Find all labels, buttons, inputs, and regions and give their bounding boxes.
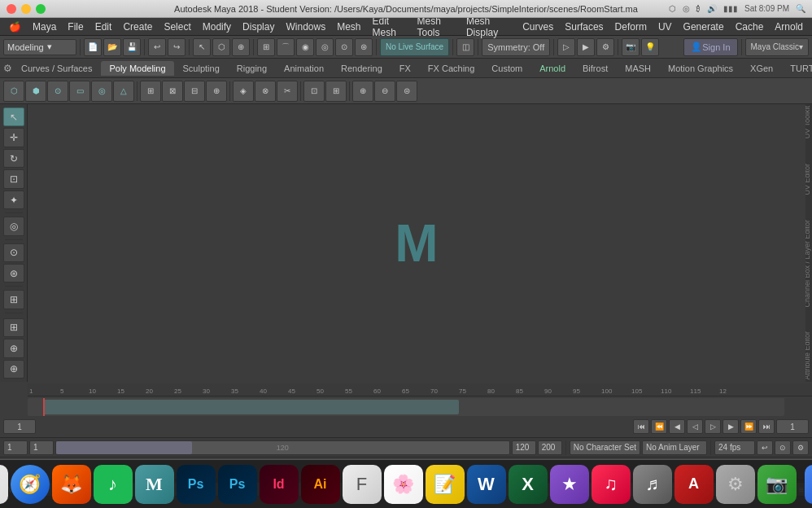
maximize-button[interactable] <box>36 4 46 14</box>
tab-curves-surfaces[interactable]: Curves / Surfaces <box>13 61 100 76</box>
light-button[interactable]: 💡 <box>641 38 659 56</box>
tab-custom[interactable]: Custom <box>483 61 530 76</box>
current-time-field[interactable]: 1 <box>3 419 36 434</box>
snap-point-button[interactable]: ◉ <box>296 38 314 56</box>
menu-generate[interactable]: Generate <box>678 20 730 34</box>
auto-key-button[interactable]: ⊙ <box>775 440 791 455</box>
mirror-button[interactable]: ⊜ <box>396 81 417 102</box>
bevel-button[interactable]: ◈ <box>233 81 254 102</box>
paint-select-button[interactable]: ⊕ <box>232 38 250 56</box>
fps-dropdown[interactable]: 24 fps <box>714 440 755 455</box>
menu-apple[interactable]: 🍎 <box>3 20 27 34</box>
close-button[interactable] <box>7 4 16 14</box>
menu-select[interactable]: Select <box>158 20 196 34</box>
rotate-tool[interactable]: ↻ <box>3 149 24 168</box>
end-frame-field[interactable]: 200 <box>538 440 562 455</box>
menu-surfaces[interactable]: Surfaces <box>559 20 609 34</box>
next-key-button[interactable]: ⏩ <box>740 419 757 434</box>
menu-cache[interactable]: Cache <box>730 20 770 34</box>
extrude-button[interactable]: ⊞ <box>140 81 161 102</box>
tab-bifrost[interactable]: Bifrost <box>574 61 616 76</box>
snap-view-button[interactable]: ◎ <box>316 38 334 56</box>
tab-fx-caching[interactable]: FX Caching <box>420 61 482 76</box>
menu-window[interactable]: File <box>62 20 89 34</box>
poly-torus-button[interactable]: ◎ <box>91 81 112 102</box>
dock-acrobat[interactable]: A <box>674 465 714 504</box>
snap-curve-button[interactable]: ⌒ <box>277 38 295 56</box>
multi-cut-button[interactable]: ✂ <box>277 81 298 102</box>
dock-chrome[interactable]: 🌐 <box>0 465 8 504</box>
poly-sphere-button[interactable]: ⬡ <box>3 81 24 102</box>
go-end-button[interactable]: ⏭ <box>758 419 775 434</box>
soft-select[interactable]: ◎ <box>3 217 24 235</box>
smooth-button[interactable]: ⊡ <box>303 81 325 102</box>
lasso-tool-button[interactable]: ⬡ <box>212 38 230 56</box>
menu-curves[interactable]: Curves <box>517 20 559 34</box>
dock-safari[interactable]: 🧭 <box>11 465 50 504</box>
dock-firefox[interactable]: 🦊 <box>52 465 91 504</box>
key-options-button[interactable]: ↩ <box>757 440 773 455</box>
menu-maya[interactable]: Maya <box>27 20 62 34</box>
subdiv-button[interactable]: ⊞ <box>325 81 347 102</box>
tab-arnold[interactable]: Arnold <box>531 61 574 76</box>
settings-button[interactable]: ⚙ <box>792 440 809 455</box>
grid-button[interactable]: ⊞ <box>3 318 24 337</box>
dock-fender[interactable]: ♬ <box>633 465 672 504</box>
redo-button[interactable]: ↪ <box>168 38 186 56</box>
next-frame-button[interactable]: ▶ <box>723 419 739 434</box>
dock-sysprefs[interactable]: ⚙ <box>716 465 755 504</box>
tab-rendering[interactable]: Rendering <box>333 61 391 76</box>
dock-photos[interactable]: 🌸 <box>384 465 423 504</box>
render-scene-button[interactable]: ▷ <box>557 38 575 56</box>
menu-edit[interactable]: Edit <box>89 20 118 34</box>
tab-rigging[interactable]: Rigging <box>229 61 275 76</box>
search-icon[interactable]: 🔍 <box>796 4 805 13</box>
viewport[interactable]: M <box>28 104 805 382</box>
open-scene-button[interactable]: 📂 <box>103 38 121 56</box>
select-tool[interactable]: ↖ <box>3 107 24 126</box>
menu-deform[interactable]: Deform <box>609 20 653 34</box>
plus-button-1[interactable]: ⊕ <box>3 339 24 357</box>
render-settings-button[interactable]: ⚙ <box>596 38 614 56</box>
poly-cone-button[interactable]: △ <box>113 81 134 102</box>
timeline-ruler[interactable]: 1 5 10 15 20 25 30 35 40 45 50 55 60 65 … <box>28 383 812 396</box>
dock-notes[interactable]: 📝 <box>426 465 465 504</box>
frame-start-field[interactable]: 1 <box>3 440 28 455</box>
play-back-button[interactable]: ◁ <box>687 419 703 434</box>
poly-cylinder-button[interactable]: ⊙ <box>47 81 68 102</box>
move-tool[interactable]: ✛ <box>3 128 24 147</box>
play-forward-button[interactable]: ▷ <box>705 419 721 434</box>
minimize-button[interactable] <box>21 4 31 14</box>
dock-photoshop[interactable]: Ps <box>177 465 216 504</box>
dock-indesign[interactable]: Id <box>260 465 299 504</box>
combine-button[interactable]: ⊕ <box>352 81 373 102</box>
dock-spotify[interactable]: ♪ <box>94 465 133 504</box>
menu-modify[interactable]: Modify <box>197 20 237 34</box>
workspace-dropdown[interactable]: Maya Classic▾ <box>745 38 809 56</box>
poly-cube-button[interactable]: ⬢ <box>25 81 46 102</box>
bridge-button[interactable]: ⊠ <box>162 81 183 102</box>
symmetry-button[interactable]: Symmetry: Off <box>482 38 550 56</box>
dock-bookmarks[interactable]: ★ <box>550 465 589 504</box>
tab-poly-modeling[interactable]: Poly Modeling <box>101 61 173 76</box>
camera-button[interactable]: 📷 <box>622 38 640 56</box>
no-live-surface-button[interactable]: No Live Surface <box>380 38 449 56</box>
character-set-dropdown[interactable]: No Character Set <box>570 440 640 455</box>
prev-key-button[interactable]: ⏪ <box>651 419 667 434</box>
dock-facetime[interactable]: 📷 <box>757 465 797 504</box>
plus-button-2[interactable]: ⊕ <box>3 360 24 379</box>
select-tool-button[interactable]: ↖ <box>193 38 211 56</box>
dock-itunes[interactable]: ♫ <box>592 465 631 504</box>
menu-create[interactable]: Create <box>117 20 158 34</box>
anim-layer-dropdown[interactable]: No Anim Layer <box>642 440 707 455</box>
frame-current-field[interactable]: 1 <box>29 440 54 455</box>
range-bar[interactable]: 120 <box>55 440 510 455</box>
append-button[interactable]: ⊟ <box>184 81 205 102</box>
tab-mash[interactable]: MASH <box>617 61 659 76</box>
menu-display[interactable]: Display <box>237 20 280 34</box>
tab-xgen[interactable]: XGen <box>742 61 781 76</box>
new-scene-button[interactable]: 📄 <box>84 38 102 56</box>
construction-plane-button[interactable]: ◫ <box>456 38 474 56</box>
save-scene-button[interactable]: 💾 <box>123 38 141 56</box>
tab-motion-graphics[interactable]: Motion Graphics <box>660 61 741 76</box>
